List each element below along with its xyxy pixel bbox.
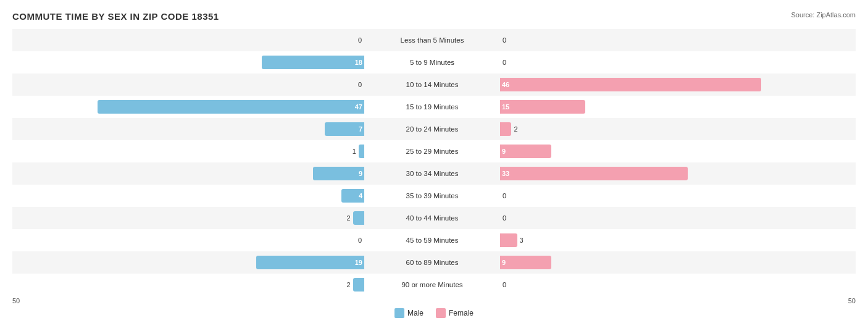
male-value: 4 [359,192,362,199]
row-label: 35 to 39 Minutes [364,192,500,199]
left-side: 18 [12,51,364,73]
row-label: 25 to 29 Minutes [364,148,500,155]
chart-body: 0 Less than 5 Minutes 0 18 5 to 9 Minute… [12,29,856,296]
row-label: 40 to 44 Minutes [364,214,500,222]
bar-female: 9 [500,145,551,158]
male-value: 18 [355,59,362,66]
row-label: 10 to 14 Minutes [364,81,500,88]
left-side: 0 [12,229,364,251]
legend-male-label: Male [407,309,424,317]
bar-male [353,278,364,292]
male-value: 2 [346,214,350,222]
bar-female [500,122,511,136]
right-side: 0 [500,29,852,51]
chart-row: 2 40 to 44 Minutes 0 [12,207,856,229]
bar-female [500,233,517,247]
right-side: 2 [500,118,852,140]
male-value: 9 [359,170,362,177]
left-side: 2 [12,274,364,296]
legend-female-box [436,308,446,318]
legend-male: Male [394,308,424,318]
right-side: 33 [500,162,852,185]
bar-male: 9 [313,167,364,180]
bar-female: 33 [500,167,688,180]
legend-female-label: Female [449,309,474,317]
female-value: 0 [503,59,506,66]
chart-row: 0 45 to 59 Minutes 3 [12,229,856,251]
row-label: 15 to 19 Minutes [364,103,500,111]
right-side: 46 [500,73,852,96]
right-side: 0 [500,51,852,73]
row-label: 5 to 9 Minutes [364,59,500,66]
male-value: 2 [346,281,350,288]
right-side: 9 [500,140,852,162]
legend: Male Female [12,308,856,318]
left-side: 0 [12,29,364,51]
row-label: 30 to 34 Minutes [364,170,500,177]
female-value: 0 [503,36,506,44]
bar-male: 19 [256,256,364,269]
axis-labels: 50 50 [12,297,856,304]
row-label: 60 to 89 Minutes [364,259,500,266]
chart-row: 7 20 to 24 Minutes 2 [12,118,856,140]
row-label: 20 to 24 Minutes [364,125,500,133]
chart-row: 2 90 or more Minutes 0 [12,274,856,296]
chart-container: COMMUTE TIME BY SEX IN ZIP CODE 18351 So… [0,0,868,323]
female-value: 33 [502,170,509,177]
left-side: 0 [12,73,364,96]
chart-title: COMMUTE TIME BY SEX IN ZIP CODE 18351 [12,11,856,22]
row-label: Less than 5 Minutes [364,36,500,44]
left-side: 7 [12,118,364,140]
female-value: 46 [502,81,509,88]
male-value: 0 [358,81,362,88]
female-value: 2 [514,125,517,133]
left-side: 1 [12,140,364,162]
bar-male: 18 [262,56,364,69]
left-side: 9 [12,162,364,185]
male-value: 19 [355,259,362,266]
right-side: 15 [500,96,852,118]
male-value: 47 [355,103,362,111]
source-label: Source: ZipAtlas.com [791,11,856,19]
bar-female: 9 [500,256,551,269]
male-value: 0 [358,237,362,244]
bar-male [353,211,364,225]
right-side: 3 [500,229,852,251]
bar-female: 46 [500,78,761,91]
chart-row: 9 30 to 34 Minutes 33 [12,162,856,185]
female-value: 9 [502,259,506,266]
chart-row: 47 15 to 19 Minutes 15 [12,96,856,118]
right-side: 0 [500,207,852,229]
female-value: 9 [502,148,506,155]
left-side: 19 [12,251,364,274]
bar-male [359,145,364,158]
axis-label-left: 50 [12,297,20,304]
male-value: 7 [359,125,362,133]
axis-label-right: 50 [848,297,856,304]
bar-male: 47 [98,100,364,114]
chart-row: 0 10 to 14 Minutes 46 [12,73,856,96]
male-value: 1 [353,148,356,155]
chart-row: 18 5 to 9 Minutes 0 [12,51,856,73]
female-value: 0 [503,214,506,222]
female-value: 0 [503,281,506,288]
legend-male-box [394,308,404,318]
left-side: 2 [12,207,364,229]
right-side: 9 [500,251,852,274]
row-label: 45 to 59 Minutes [364,237,500,244]
chart-row: 1 25 to 29 Minutes 9 [12,140,856,162]
bar-male: 7 [325,122,364,136]
right-side: 0 [500,185,852,207]
row-label: 90 or more Minutes [364,281,500,288]
left-side: 4 [12,185,364,207]
bar-male: 4 [341,189,364,203]
right-side: 0 [500,274,852,296]
chart-row: 4 35 to 39 Minutes 0 [12,185,856,207]
bar-female: 15 [500,100,585,114]
left-side: 47 [12,96,364,118]
chart-row: 19 60 to 89 Minutes 9 [12,251,856,274]
chart-row: 0 Less than 5 Minutes 0 [12,29,856,51]
female-value: 3 [520,237,524,244]
female-value: 0 [503,192,506,199]
legend-female: Female [436,308,474,318]
